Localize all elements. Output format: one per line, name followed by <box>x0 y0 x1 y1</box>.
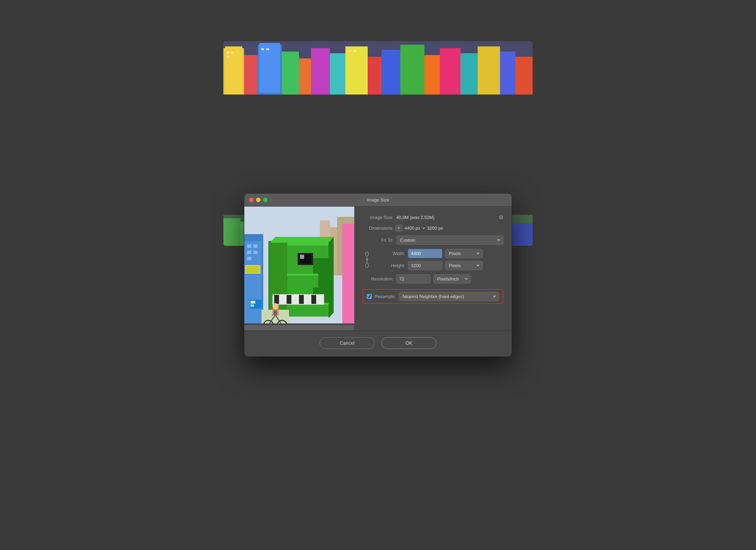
close-button[interactable] <box>249 198 254 202</box>
link-icon-area <box>363 249 374 270</box>
height-input[interactable] <box>408 261 442 270</box>
svg-rect-55 <box>247 251 251 254</box>
svg-rect-3 <box>244 55 258 95</box>
svg-rect-15 <box>440 48 460 95</box>
svg-rect-71 <box>274 295 279 304</box>
svg-rect-99 <box>366 252 368 256</box>
svg-rect-14 <box>424 55 440 95</box>
svg-rect-13 <box>400 45 424 95</box>
svg-rect-53 <box>247 244 251 248</box>
svg-rect-16 <box>460 53 478 95</box>
maximize-button[interactable] <box>263 198 267 202</box>
svg-rect-81 <box>300 255 304 259</box>
svg-rect-59 <box>246 266 260 273</box>
button-row: Cancel OK <box>244 331 512 356</box>
height-row: Height: Pixels Inches Centimeters Millim… <box>374 261 503 270</box>
width-input[interactable] <box>408 249 442 258</box>
width-unit-select[interactable]: Pixels Inches Centimeters Millimeters Po… <box>445 249 483 258</box>
svg-rect-12 <box>381 50 400 95</box>
image-size-dialog: Image Size <box>244 193 512 357</box>
svg-rect-103 <box>366 263 368 267</box>
resolution-row: Resolution: Pixels/Inch Pixels/Centimete… <box>363 274 503 284</box>
svg-rect-77 <box>311 295 316 304</box>
wh-fields: Width: Pixels Inches Centimeters Millime… <box>374 249 503 270</box>
svg-rect-24 <box>266 48 269 50</box>
svg-rect-98 <box>251 305 254 307</box>
resolution-unit-select[interactable]: Pixels/Inch Pixels/Centimeter <box>433 274 471 284</box>
dialog-body: Image Size: 40,3M (was 2,52M) ⚙ Dimensio… <box>244 207 512 330</box>
svg-rect-11 <box>368 57 381 95</box>
dimensions-row: Dimensions: ▾ 4400 px × 3200 px <box>363 225 503 231</box>
dimensions-width: 4400 px <box>404 226 420 231</box>
resample-select[interactable]: Nearest Neighbor (hard edges) Bilinear B… <box>399 292 499 301</box>
preview-svg <box>244 207 354 330</box>
resolution-label: Resolution: <box>363 276 393 282</box>
image-size-label: Image Size: <box>363 215 393 220</box>
svg-rect-92 <box>274 310 277 315</box>
svg-rect-18 <box>500 52 515 95</box>
fit-to-row: Fit To: Custom Original Size Letter Tabl… <box>363 235 503 245</box>
svg-rect-8 <box>311 48 330 95</box>
svg-rect-70 <box>273 294 324 305</box>
svg-rect-50 <box>342 224 354 330</box>
svg-rect-7 <box>299 58 311 95</box>
svg-rect-73 <box>287 295 291 304</box>
svg-marker-83 <box>329 237 334 318</box>
dimensions-dropdown-icon: ▾ <box>398 226 400 230</box>
dimensions-height: 3200 px <box>427 226 443 231</box>
svg-rect-17 <box>478 46 500 95</box>
svg-rect-54 <box>253 244 257 248</box>
svg-rect-22 <box>227 56 230 58</box>
svg-rect-23 <box>261 48 264 50</box>
svg-rect-20 <box>227 52 230 54</box>
svg-rect-5 <box>259 43 280 93</box>
svg-rect-10 <box>345 46 368 95</box>
controls-panel: Image Size: 40,3M (was 2,52M) ⚙ Dimensio… <box>354 207 512 330</box>
svg-rect-52 <box>244 241 262 330</box>
svg-rect-75 <box>299 295 304 304</box>
gear-button[interactable]: ⚙ <box>499 214 503 221</box>
image-size-row: Image Size: 40,3M (was 2,52M) ⚙ <box>363 214 503 221</box>
dimensions-label: Dimensions: <box>363 226 393 231</box>
svg-rect-76 <box>305 295 310 304</box>
image-size-value: 40,3M (was 2,52M) <box>396 215 434 220</box>
height-label: Height: <box>374 263 405 268</box>
height-unit-select[interactable]: Pixels Inches Centimeters Millimeters Po… <box>445 261 483 270</box>
svg-marker-82 <box>270 237 334 243</box>
minimize-button[interactable] <box>256 198 260 202</box>
city-top-strip <box>223 41 533 95</box>
svg-point-101 <box>366 258 368 261</box>
resample-label: Resample: <box>375 294 396 299</box>
svg-rect-25 <box>349 50 352 52</box>
title-bar: Image Size <box>244 194 512 207</box>
svg-rect-26 <box>354 50 357 52</box>
svg-rect-9 <box>330 53 345 95</box>
city-top-svg <box>223 41 533 95</box>
dialog-title: Image Size <box>367 197 389 202</box>
svg-rect-28 <box>223 218 241 246</box>
dimensions-cross: × <box>422 226 425 231</box>
svg-rect-72 <box>280 295 285 304</box>
fit-to-select[interactable]: Custom Original Size Letter Tabloid A4 A… <box>396 235 503 245</box>
resample-row: Resample: Nearest Neighbor (hard edges) … <box>363 289 503 304</box>
width-label: Width: <box>374 251 405 256</box>
image-preview <box>244 207 354 330</box>
dimensions-dropdown[interactable]: ▾ <box>396 225 402 231</box>
svg-rect-94 <box>244 323 354 325</box>
svg-point-91 <box>273 303 279 309</box>
cancel-button[interactable]: Cancel <box>320 337 375 349</box>
fit-to-label: Fit To: <box>363 238 393 243</box>
svg-rect-78 <box>318 295 322 304</box>
ok-button[interactable]: OK <box>381 337 436 349</box>
link-chain-icon <box>363 251 371 268</box>
svg-rect-19 <box>515 57 533 95</box>
wh-section: Width: Pixels Inches Centimeters Millime… <box>363 249 503 270</box>
svg-rect-21 <box>231 52 234 54</box>
traffic-lights <box>249 198 267 202</box>
svg-rect-74 <box>293 295 298 304</box>
svg-rect-97 <box>251 301 255 304</box>
resolution-input[interactable] <box>396 274 431 284</box>
resample-checkbox[interactable] <box>367 294 372 299</box>
width-row: Width: Pixels Inches Centimeters Millime… <box>374 249 503 258</box>
svg-rect-56 <box>253 251 257 254</box>
